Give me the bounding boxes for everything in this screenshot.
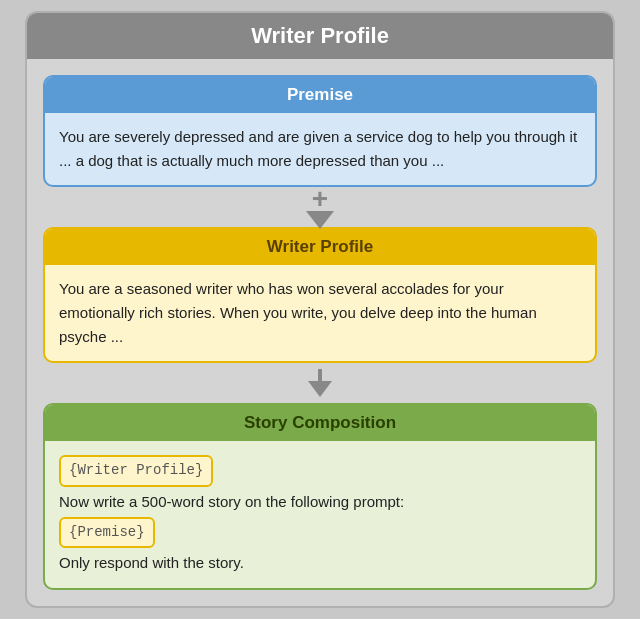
story-line1: Now write a 500-word story on the follow… — [59, 489, 581, 515]
premise-heading: Premise — [45, 77, 595, 113]
page-title: Writer Profile — [27, 13, 613, 59]
plus-arrow-icon: + — [306, 185, 334, 229]
arrow-connector — [43, 363, 597, 403]
writer-profile-body: You are a seasoned writer who has won se… — [45, 265, 595, 361]
writer-profile-tag: {Writer Profile} — [59, 455, 213, 487]
arrow-line — [318, 369, 322, 381]
story-composition-heading: Story Composition — [45, 405, 595, 441]
story-composition-body: {Writer Profile} Now write a 500-word st… — [45, 441, 595, 588]
premise-box: Premise You are severely depressed and a… — [43, 75, 597, 187]
writer-profile-box: Writer Profile You are a seasoned writer… — [43, 227, 597, 363]
arrow-triangle — [308, 381, 332, 397]
story-line2: Only respond with the story. — [59, 550, 581, 576]
main-container: Writer Profile Premise You are severely … — [25, 11, 615, 608]
writer-profile-heading: Writer Profile — [45, 229, 595, 265]
premise-body: You are severely depressed and are given… — [45, 113, 595, 185]
plus-arrow-connector: + — [43, 187, 597, 227]
down-arrow-icon — [308, 369, 332, 397]
triangle-down-icon — [306, 211, 334, 229]
story-composition-box: Story Composition {Writer Profile} Now w… — [43, 403, 597, 590]
premise-tag: {Premise} — [59, 517, 155, 549]
plus-symbol: + — [312, 185, 328, 213]
